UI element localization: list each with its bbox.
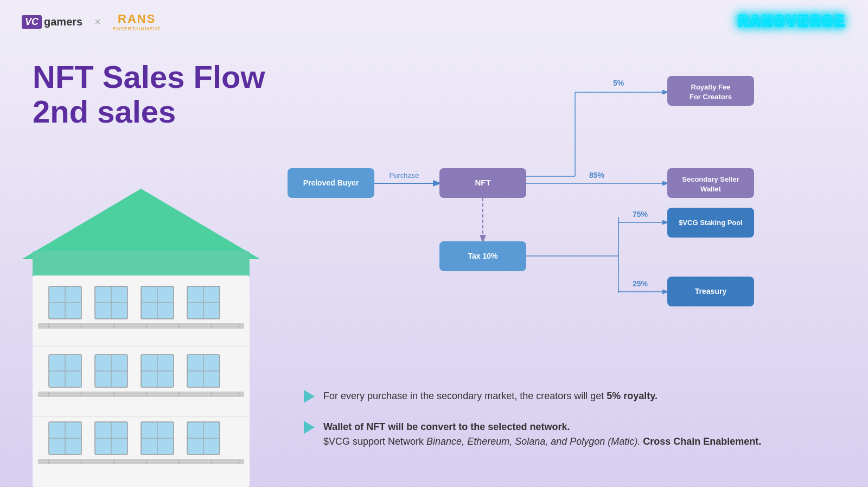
note-bold-3: Cross Chain Enablement. — [643, 436, 761, 447]
logo-left: VC gamers × RANS ENTERTAINMENT — [22, 12, 161, 31]
title-line1: NFT Sales Flow — [33, 60, 265, 94]
svg-rect-54 — [38, 459, 244, 464]
pct-25-label: 25% — [633, 279, 648, 288]
title-line2: 2nd sales — [33, 94, 265, 129]
note-text-1: For every purchase in the secondary mark… — [323, 389, 658, 403]
note-item-2: Wallet of NFT will be convert to the sel… — [304, 420, 846, 449]
rans-logo: RANS ENTERTAINMENT — [113, 12, 161, 31]
x-divider: × — [94, 16, 101, 28]
secondary-seller-label: Secondary Seller — [682, 175, 739, 183]
svg-rect-14 — [38, 323, 244, 329]
note-italic: Binance, Ethereum, Solana, and Polygon (… — [426, 436, 640, 447]
note-bold-2: Wallet of NFT will be convert to the sel… — [323, 421, 570, 432]
note-text-2: Wallet of NFT will be convert to the sel… — [323, 420, 761, 449]
note-bold-1: 5% royalty. — [607, 390, 658, 401]
vc-icon: VC — [22, 15, 42, 29]
tax-label: Tax 10% — [468, 252, 499, 260]
note-item-1: For every purchase in the secondary mark… — [304, 389, 846, 403]
royalty-fee-label2: For Creators — [690, 93, 732, 101]
flowchart-svg: Preloved Buyer Purchase NFT 5% 85% Tax 1… — [282, 49, 857, 325]
svg-rect-34 — [38, 392, 244, 397]
rans-text: RANS — [118, 12, 156, 26]
notes-section: For every purchase in the secondary mark… — [304, 389, 846, 465]
roof-triangle — [22, 189, 260, 259]
purchase-label: Purchase — [390, 171, 419, 180]
gamers-text: gamers — [44, 16, 82, 28]
building-illustration — [0, 172, 282, 487]
main-title: NFT Sales Flow 2nd sales — [33, 60, 265, 129]
nft-label: NFT — [475, 178, 490, 187]
pct-75-label: 75% — [633, 210, 648, 219]
ransverse-logo: RANSVERSE — [738, 12, 846, 32]
vcgamers-logo: VC gamers — [22, 15, 82, 29]
staking-pool-label: $VCG Staking Pool — [679, 219, 743, 227]
bullet-arrow-1 — [304, 390, 315, 403]
royalty-fee-label: Royalty Fee — [691, 83, 731, 91]
treasury-label: Treasury — [695, 287, 727, 296]
building-svg — [0, 172, 282, 487]
pct-85-label: 85% — [589, 171, 605, 180]
pct-5-label: 5% — [613, 79, 624, 87]
secondary-seller-label2: Wallet — [700, 185, 721, 193]
entertainment-text: ENTERTAINMENT — [113, 26, 161, 31]
header: VC gamers × RANS ENTERTAINMENT RANSVERSE — [0, 0, 868, 43]
bullet-arrow-2 — [304, 421, 315, 434]
preloved-buyer-label: Preloved Buyer — [303, 178, 359, 187]
